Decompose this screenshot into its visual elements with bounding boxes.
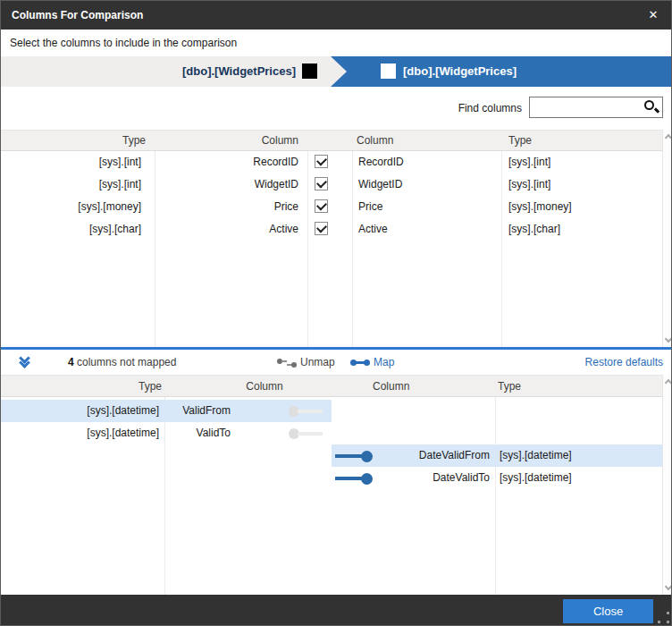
header-source-column: Column [224,376,305,397]
source-table-label: [dbo].[WidgetPrices] [1,56,296,87]
header-source-type: Type [1,376,162,397]
target-column-cell: DateValidFrom [373,444,490,467]
lower-scrollbar[interactable] [662,375,672,595]
unmapped-count-text: 4 columns not mapped [68,350,176,375]
header-target-column: Column [357,131,393,151]
target-column-cell: DateValidTo [373,467,490,489]
header-source-type: Type [1,131,146,151]
target-column-cell: Active [358,218,388,241]
scroll-down-icon[interactable] [665,335,672,343]
drag-map-handle-icon[interactable] [289,406,323,417]
target-table-label: [dbo].[WidgetPrices] [403,56,517,87]
target-unmapped-row[interactable]: DateValidFrom [sys].[datetime] [332,444,662,467]
scroll-up-icon[interactable] [665,379,672,386]
source-unmapped-row[interactable]: [sys].[datetime] ValidTo [1,422,332,444]
unmap-label: Unmap [300,350,335,375]
mapped-row-active[interactable]: [sys].[char] Active Active [sys].[char] [1,218,662,241]
source-type-cell: [sys].[int] [1,151,141,173]
target-type-cell: [sys].[datetime] [500,444,572,467]
mapped-columns-grid: Type Column Column Type [sys].[int] Reco… [1,130,672,347]
mapped-row-price[interactable]: [sys].[money] Price Price [sys].[money] [1,196,662,218]
target-swatch-icon [381,63,396,79]
find-row: Find columns [1,87,672,130]
header-target-type: Type [508,131,532,151]
unmapped-toolbar: 4 columns not mapped Unmap Map Restore d… [1,350,672,375]
drag-map-handle-icon[interactable] [335,451,373,461]
target-type-cell: [sys].[money] [508,196,572,218]
scroll-down-icon[interactable] [665,583,672,590]
target-type-cell: [sys].[char] [508,218,560,241]
source-type-cell: [sys].[datetime] [1,422,159,444]
source-swatch-icon [302,63,317,79]
target-column-cell: Price [358,196,382,218]
columns-for-comparison-dialog: Columns For Comparison ✕ Select the colu… [0,0,672,626]
close-icon[interactable]: ✕ [639,1,668,30]
header-target-type: Type [498,376,521,397]
target-column-cell: RecordID [358,151,404,173]
source-type-cell: [sys].[money] [1,196,141,218]
target-type-cell: [sys].[datetime] [500,467,572,489]
mapped-row-widgetid[interactable]: [sys].[int] WidgetID WidgetID [sys].[int… [1,173,662,196]
unmapped-row-validto[interactable]: [sys].[datetime] ValidTo [1,422,662,444]
drag-map-handle-icon[interactable] [335,473,373,484]
close-button[interactable]: Close [563,599,653,623]
search-icon[interactable] [643,99,659,115]
map-icon [350,360,370,366]
unmapped-row-datevalidfrom[interactable]: DateValidFrom [sys].[datetime] [1,444,662,467]
resize-grip[interactable] [658,612,669,623]
unmap-icon [277,359,297,368]
footer-bar: Close [1,595,672,626]
include-checkbox[interactable] [315,177,328,190]
source-type-cell: [sys].[datetime] [1,400,159,422]
target-column-cell: WidgetID [358,173,402,196]
map-label: Map [374,350,394,375]
unmapped-grid-header: Type Column Column Type [1,375,672,397]
include-checkbox[interactable] [315,222,328,235]
source-unmapped-row[interactable]: [sys].[datetime] ValidFrom [1,400,332,422]
target-type-cell: [sys].[int] [508,173,550,196]
dialog-title: Columns For Comparison [12,1,143,30]
source-column-cell: WidgetID [155,173,298,196]
unmapped-row-validfrom[interactable]: [sys].[datetime] ValidFrom [1,400,662,422]
source-column-cell: Price [155,196,298,218]
collapse-section-icon[interactable] [19,354,33,368]
subtitle-row: Select the columns to include in the com… [1,30,672,56]
source-column-cell: RecordID [155,151,298,173]
drag-map-handle-icon[interactable] [289,428,323,439]
table-mapping-band: [dbo].[WidgetPrices] [dbo].[WidgetPrices… [1,56,672,87]
include-checkbox[interactable] [315,155,328,168]
mapped-grid-header: Type Column Column Type [1,130,672,151]
source-column-cell: ValidFrom [159,400,231,422]
upper-scrollbar[interactable] [662,130,672,347]
source-type-cell: [sys].[char] [1,218,141,241]
include-checkbox[interactable] [315,199,328,213]
unmapped-columns-grid: Type Column Column Type [sys].[datetime]… [1,375,672,595]
title-bar: Columns For Comparison ✕ [1,1,672,30]
restore-defaults-link[interactable]: Restore defaults [585,350,663,375]
target-type-cell: [sys].[int] [508,151,550,173]
subtitle-text: Select the columns to include in the com… [10,30,237,56]
unmapped-row-datevalidto[interactable]: DateValidTo [sys].[datetime] [1,467,662,489]
header-target-column: Column [373,376,409,397]
source-column-cell: Active [155,218,298,241]
header-source-column: Column [155,131,298,151]
mapped-row-recordid[interactable]: [sys].[int] RecordID RecordID [sys].[int… [1,151,662,173]
scroll-up-icon[interactable] [665,134,672,141]
source-column-cell: ValidTo [159,422,231,444]
target-unmapped-row[interactable]: DateValidTo [sys].[datetime] [332,467,662,489]
unmapped-count: 4 [68,356,74,368]
source-type-cell: [sys].[int] [1,173,141,196]
find-columns-label: Find columns [1,87,522,130]
